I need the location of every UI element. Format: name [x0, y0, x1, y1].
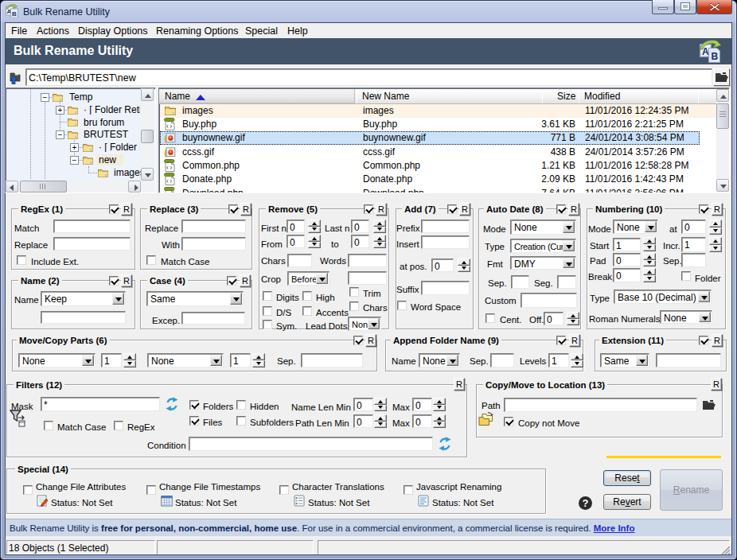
svg-text:B: B — [712, 51, 719, 62]
svg-text:B: B — [12, 10, 17, 18]
